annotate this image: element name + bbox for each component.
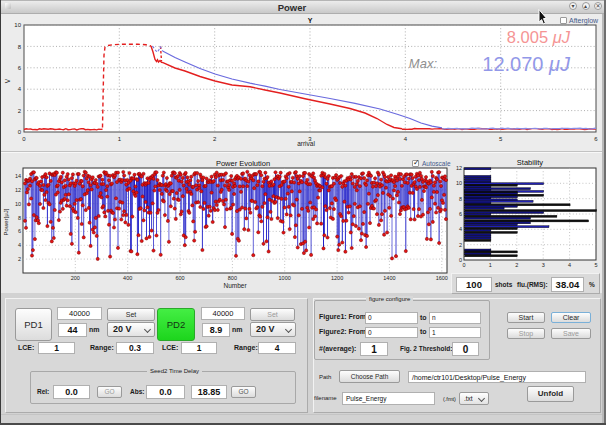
svg-text:6: 6: [18, 65, 22, 71]
svg-text:4: 4: [568, 262, 571, 268]
svg-text:2: 2: [459, 242, 462, 248]
svg-text:8: 8: [18, 44, 22, 50]
svg-text:3: 3: [542, 262, 545, 268]
svg-text:0: 0: [18, 129, 22, 135]
svg-text:5: 5: [594, 262, 597, 268]
svg-text:10: 10: [14, 22, 21, 28]
svg-text:2: 2: [18, 108, 22, 114]
svg-text:12.070 μJ: 12.070 μJ: [482, 53, 571, 75]
svg-text:1: 1: [118, 136, 122, 142]
svg-text:8.005 μJ: 8.005 μJ: [507, 28, 571, 46]
svg-text:2: 2: [515, 262, 518, 268]
svg-text:Max:: Max:: [409, 56, 438, 71]
svg-text:0: 0: [22, 136, 26, 142]
svg-text:5: 5: [499, 136, 503, 142]
svg-text:0: 0: [462, 262, 465, 268]
svg-text:0: 0: [459, 257, 462, 263]
svg-text:Y: Y: [308, 17, 313, 24]
svg-text:2: 2: [213, 136, 217, 142]
svg-text:6: 6: [459, 211, 462, 217]
svg-text:4: 4: [18, 86, 22, 92]
svg-text:arrival: arrival: [297, 140, 315, 147]
svg-text:Stability: Stability: [517, 158, 544, 167]
svg-text:4: 4: [459, 226, 462, 232]
svg-text:10: 10: [456, 180, 462, 186]
svg-text:V: V: [4, 78, 11, 83]
svg-text:4: 4: [404, 136, 408, 142]
svg-text:8: 8: [459, 196, 462, 202]
svg-text:6: 6: [594, 136, 598, 142]
svg-text:12: 12: [456, 165, 462, 171]
svg-text:1: 1: [489, 262, 492, 268]
svg-text:Number: Number: [223, 282, 247, 289]
